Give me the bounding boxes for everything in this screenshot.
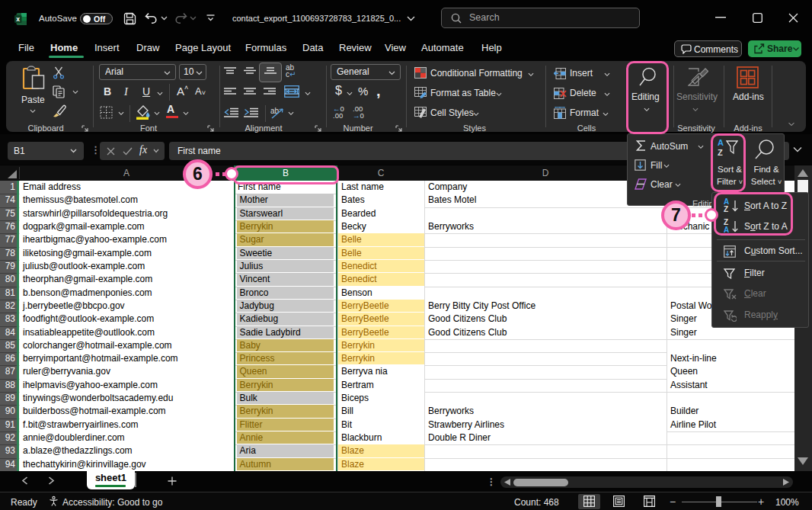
svg-text:ab: ab	[270, 107, 280, 115]
svg-text:x: x	[16, 15, 20, 23]
